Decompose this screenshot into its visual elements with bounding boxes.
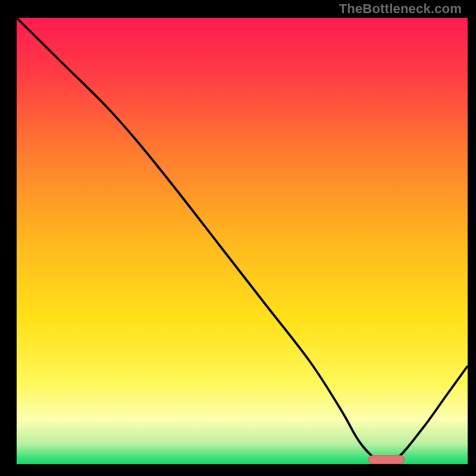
chart-stage: TheBottleneck.com xyxy=(0,0,476,476)
valley-marker xyxy=(368,456,405,464)
bottleneck-chart xyxy=(0,0,476,476)
watermark-text[interactable]: TheBottleneck.com xyxy=(339,1,462,17)
